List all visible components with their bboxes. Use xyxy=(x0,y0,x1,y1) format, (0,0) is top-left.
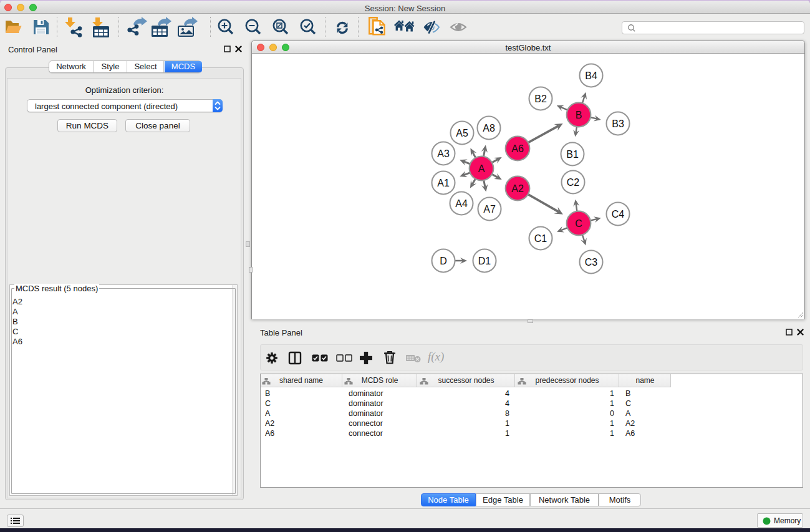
svg-text:C2: C2 xyxy=(567,177,580,188)
svg-text:D1: D1 xyxy=(478,256,491,266)
svg-text:A3: A3 xyxy=(437,148,450,159)
svg-text:B3: B3 xyxy=(612,118,624,129)
svg-text:A1: A1 xyxy=(437,178,450,188)
svg-text:A2: A2 xyxy=(511,183,524,194)
svg-text:A7: A7 xyxy=(483,204,496,215)
svg-text:A8: A8 xyxy=(483,123,495,133)
svg-text:A5: A5 xyxy=(456,128,468,138)
svg-text:C4: C4 xyxy=(612,209,625,220)
svg-text:A: A xyxy=(478,163,485,174)
svg-text:C3: C3 xyxy=(585,257,598,268)
svg-text:B: B xyxy=(576,110,582,120)
svg-text:B4: B4 xyxy=(585,70,597,81)
svg-text:C: C xyxy=(575,218,582,229)
svg-text:C1: C1 xyxy=(534,233,547,244)
svg-text:D: D xyxy=(440,256,447,266)
svg-text:A4: A4 xyxy=(455,198,468,209)
svg-text:B1: B1 xyxy=(566,149,579,160)
svg-text:B2: B2 xyxy=(534,94,547,104)
svg-text:A6: A6 xyxy=(511,143,524,154)
